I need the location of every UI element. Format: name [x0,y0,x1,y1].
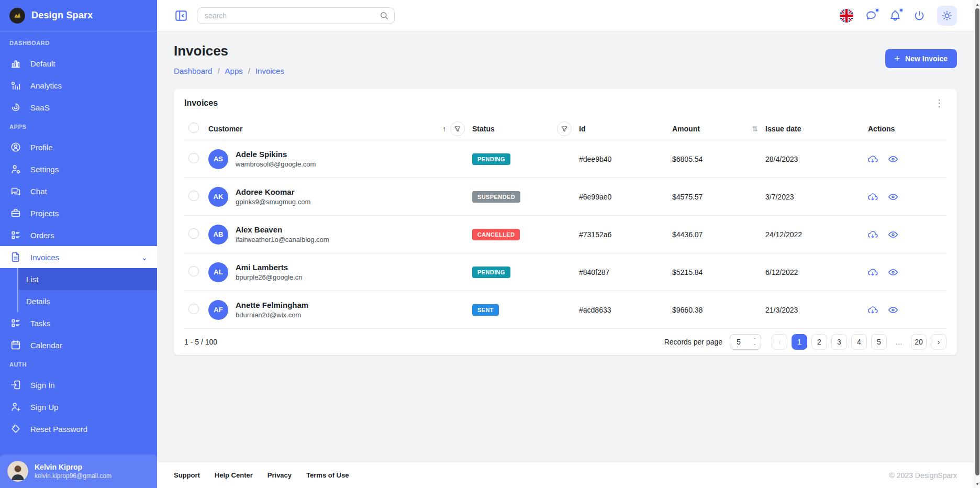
filter-icon[interactable] [450,121,465,136]
sidebar-item-label: Details [26,297,50,306]
row-checkbox[interactable] [188,266,199,276]
sidebar-item-chat[interactable]: Chat [0,180,157,202]
bell-icon[interactable] [889,9,901,22]
sidebar-item-analytics[interactable]: Analytics [0,74,157,96]
sidebar-item-saas[interactable]: SaaS [0,96,157,118]
column-header-issue-date[interactable]: Issue date [765,125,868,133]
sidebar-item-label: Settings [30,165,59,174]
login-icon [9,379,22,391]
column-header-customer[interactable]: Customer [208,125,242,133]
page-button-20[interactable]: 20 [911,334,927,350]
select-all-checkbox[interactable] [188,123,199,133]
view-icon[interactable] [888,229,898,240]
page-button-2[interactable]: 2 [811,334,827,350]
search-input[interactable] [197,7,395,24]
customer-name: Adoree Koomar [236,187,310,196]
messages-icon[interactable] [865,9,877,22]
column-header-amount[interactable]: Amount [672,125,700,133]
user-name: Kelvin Kiprop [35,463,112,471]
sidebar-item-orders[interactable]: Orders [0,224,157,246]
download-icon[interactable] [868,305,878,315]
records-summary: 1 - 5 / 100 [184,338,217,346]
sidebar-item-settings[interactable]: Settings [0,158,157,180]
table-row: AL Ami Lamberts bpurple26@google.cn PEND… [184,253,946,291]
download-icon[interactable] [868,192,878,202]
invoice-issue-date: 28/4/2023 [765,155,868,163]
avatar: AB [208,225,228,245]
invoice-id: #acd8633 [579,306,672,314]
filter-icon[interactable] [557,121,572,136]
page-button-1[interactable]: 1 [792,334,807,350]
sidebar-item-tasks[interactable]: Tasks [0,312,157,334]
page-button-5[interactable]: 5 [871,334,887,350]
sidebar-item-label: Analytics [30,81,62,90]
section-label-apps: APPS [0,124,157,130]
sidebar-item-invoices-details[interactable]: Details [18,290,157,312]
footer-link-support[interactable]: Support [174,471,200,479]
topbar [157,0,974,31]
pagination-ellipsis: … [891,334,907,350]
sidebar-item-default[interactable]: Default [0,52,157,74]
status-badge: SENT [472,304,499,316]
footer-link-terms[interactable]: Terms of Use [306,471,349,479]
view-icon[interactable] [888,154,898,164]
footer-link-privacy[interactable]: Privacy [268,471,292,479]
breadcrumb-apps[interactable]: Apps [225,66,243,75]
sidebar-item-label: Orders [30,231,54,240]
sidebar-item-profile[interactable]: Profile [0,136,157,158]
invoice-amount: $4575.57 [672,193,765,201]
sidebar-item-reset-password[interactable]: Reset Password [0,418,157,440]
view-icon[interactable] [888,192,898,202]
column-header-id[interactable]: Id [579,125,672,133]
user-gear-icon [9,163,22,175]
page-button-3[interactable]: 3 [831,334,847,350]
next-page-button[interactable]: › [931,334,946,350]
copyright: © 2023 DesignSparx [889,471,957,480]
page-scrollbar[interactable]: ▲ ▼ [974,0,980,488]
customer-name: Alex Beaven [236,225,329,234]
breadcrumb-dashboard[interactable]: Dashboard [174,66,212,75]
sidebar-item-label: Chat [30,187,47,196]
page-size-select[interactable]: 5 ⌃⌄ [730,334,761,350]
sidebar-item-invoices[interactable]: Invoices ⌄ [0,246,157,268]
invoices-card: Invoices ⋮ Customer ↑ Status Id [174,89,957,355]
sidebar-collapse-icon[interactable] [174,8,188,23]
new-invoice-button[interactable]: + New Invoice [885,49,957,68]
scrollbar-thumb[interactable] [975,8,979,475]
status-badge: PENDING [472,153,510,165]
row-checkbox[interactable] [188,153,199,163]
page-title: Invoices [174,43,284,59]
sidebar-item-sign-in[interactable]: Sign In [0,374,157,396]
download-icon[interactable] [868,154,878,164]
page-button-4[interactable]: 4 [851,334,867,350]
scroll-up-arrow[interactable]: ▲ [974,1,980,8]
breadcrumb-invoices[interactable]: Invoices [255,66,284,75]
download-icon[interactable] [868,229,878,240]
theme-sun-icon[interactable] [937,6,957,26]
sidebar-item-sign-up[interactable]: Sign Up [0,396,157,418]
dots-menu-icon[interactable]: ⋮ [932,97,946,109]
chevron-down-icon: ⌄ [141,253,148,261]
column-header-status[interactable]: Status [472,125,495,133]
customer-name: Anette Felmingham [236,301,308,309]
logo[interactable]: Design Sparx [0,0,157,31]
sort-icon[interactable]: ⇅ [752,125,758,133]
prev-page-button[interactable]: ‹ [772,334,787,350]
sidebar-item-calendar[interactable]: Calendar [0,334,157,356]
view-icon[interactable] [888,267,898,278]
row-checkbox[interactable] [188,228,199,239]
row-checkbox[interactable] [188,191,199,201]
language-flag-icon[interactable] [840,9,853,23]
footer-link-help-center[interactable]: Help Center [215,471,253,479]
avatar [7,461,28,482]
user-profile[interactable]: Kelvin Kiprop kelvin.kiprop96@gmail.com [0,454,157,488]
invoice-id: #dee9b40 [579,155,672,163]
download-icon[interactable] [868,267,878,278]
view-icon[interactable] [888,305,898,315]
power-icon[interactable] [913,9,926,22]
scroll-down-arrow[interactable]: ▼ [974,480,980,487]
row-checkbox[interactable] [188,304,199,314]
sort-asc-icon[interactable]: ↑ [442,125,446,133]
sidebar-item-projects[interactable]: Projects [0,202,157,224]
sidebar-item-invoices-list[interactable]: List [18,268,157,290]
